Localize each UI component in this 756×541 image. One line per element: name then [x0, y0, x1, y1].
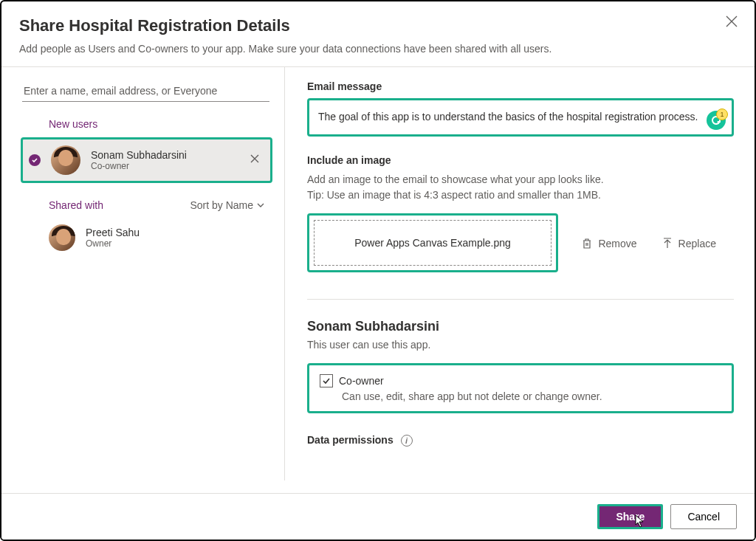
new-user-card[interactable]: Sonam Subhadarsini Co-owner: [21, 137, 272, 183]
data-permissions-label: Data permissions i: [307, 434, 734, 447]
coowner-label: Co-owner: [339, 375, 384, 387]
image-actions: Remove Replace: [582, 238, 716, 249]
avatar: [51, 145, 80, 175]
dialog-body: New users Sonam Subhadarsini Co-owner Sh…: [1, 67, 755, 480]
info-icon[interactable]: i: [401, 435, 413, 447]
user-info: Preeti Sahu Owner: [86, 227, 140, 249]
share-button[interactable]: Share: [597, 504, 663, 529]
dialog-footer: Share Cancel: [1, 493, 755, 540]
right-panel: Email message The goal of this app is to…: [285, 67, 755, 480]
user-info: Sonam Subhadarsini Co-owner: [91, 149, 187, 171]
sort-dropdown[interactable]: Sort by Name: [190, 199, 265, 211]
coowner-description: Can use, edit, share app but not delete …: [342, 390, 721, 402]
remove-user-button[interactable]: [250, 154, 260, 167]
shared-with-row: Shared with Sort by Name: [49, 199, 265, 211]
owner-row[interactable]: Preeti Sahu Owner: [49, 224, 272, 251]
trash-icon: [582, 238, 592, 249]
people-search-input[interactable]: [22, 80, 269, 102]
email-message-text: The goal of this app is to understand th…: [318, 111, 698, 123]
checkbox-checked-icon: [320, 374, 333, 387]
close-button[interactable]: [725, 15, 740, 30]
image-filename: Power Apps Canvas Example.png: [354, 237, 511, 249]
shared-with-label: Shared with: [49, 199, 103, 211]
new-users-label: New users: [49, 118, 272, 130]
dialog-title: Share Hospital Registration Details: [19, 16, 737, 35]
sort-label-text: Sort by Name: [190, 199, 253, 211]
include-image-hint: Add an image to the email to showcase wh…: [307, 172, 734, 203]
user-name: Preeti Sahu: [86, 227, 140, 238]
email-message-textarea[interactable]: The goal of this app is to understand th…: [307, 98, 734, 137]
coowner-permission-box: Co-owner Can use, edit, share app but no…: [307, 363, 734, 413]
dialog-header: Share Hospital Registration Details Add …: [1, 1, 755, 67]
include-image-label: Include an image: [307, 154, 734, 166]
left-panel: New users Sonam Subhadarsini Co-owner Sh…: [1, 67, 285, 480]
divider: [307, 299, 734, 300]
email-message-label: Email message: [307, 80, 734, 92]
upload-icon: [662, 238, 673, 249]
image-drop-wrapper: Power Apps Canvas Example.png: [307, 213, 558, 272]
image-dropzone[interactable]: Power Apps Canvas Example.png: [314, 220, 551, 266]
selected-user-desc: This user can use this app.: [307, 337, 734, 353]
close-icon: [250, 154, 260, 164]
avatar: [49, 224, 75, 251]
user-role: Co-owner: [91, 161, 187, 171]
chevron-down-icon: [256, 201, 265, 210]
close-icon: [725, 15, 738, 28]
selected-check-icon: [29, 154, 41, 166]
cancel-button[interactable]: Cancel: [670, 504, 737, 529]
user-name: Sonam Subhadarsini: [91, 149, 187, 161]
selected-user-heading: Sonam Subhadarsini: [307, 319, 734, 334]
remove-image-button[interactable]: Remove: [582, 238, 636, 249]
user-role: Owner: [86, 238, 140, 249]
grammarly-icon[interactable]: [707, 111, 726, 130]
coowner-checkbox-row[interactable]: Co-owner: [320, 374, 721, 387]
dialog-subtitle: Add people as Users and Co-owners to you…: [19, 43, 737, 55]
replace-image-button[interactable]: Replace: [662, 238, 716, 249]
